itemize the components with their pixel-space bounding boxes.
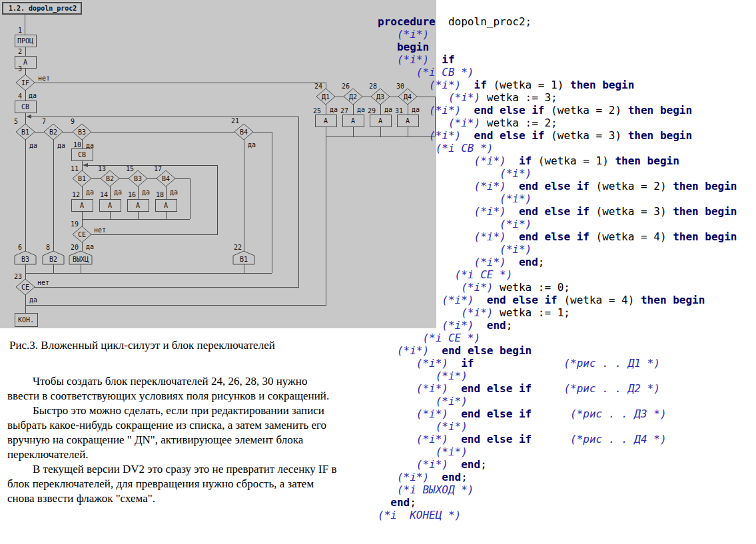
code-keyword: end: [519, 205, 538, 218]
code-line: (*i СВ *): [378, 66, 737, 79]
code-comment: (*i*): [397, 344, 429, 357]
code-line: (*i*) if: [378, 53, 737, 66]
code-line: (*i*): [378, 28, 737, 41]
flowchart-node-number: 15: [126, 165, 134, 172]
code-keyword: end: [474, 129, 494, 142]
code-comment: (*i*): [436, 370, 468, 382]
flowchart-node-label: В3: [78, 129, 86, 136]
flowchart-node-number: 17: [154, 165, 162, 172]
flowchart-node-label: IF: [21, 79, 29, 87]
code-keyword: if: [474, 79, 487, 91]
flowchart-no-label: нет: [37, 279, 49, 286]
flowchart-node-number: 29: [368, 107, 376, 115]
flowchart-node-label: СВ: [21, 103, 29, 111]
flowchart-node-label: В2: [49, 256, 57, 263]
code-comment: (*i*): [474, 180, 506, 192]
code-line: end;: [378, 496, 737, 509]
code-comment: (*i*): [416, 357, 448, 370]
code-keyword: else: [544, 180, 570, 192]
code-line: (*i*) end;: [378, 256, 737, 268]
code-keyword: begin: [705, 205, 737, 218]
code-keyword: else: [544, 205, 570, 218]
flowchart-node-label: ПРОЦ: [17, 37, 33, 45]
code-keyword: end: [461, 433, 480, 445]
flowchart-yes-label: да: [29, 92, 37, 99]
code-comment: (*i КОНЕЦ *): [378, 509, 461, 521]
body-text: Чтобы создать блок переключателей 24, 26…: [7, 374, 390, 506]
code-comment: (*i*): [429, 129, 461, 142]
flowchart-title-label: 1.2. dopoln_proc2: [9, 5, 77, 13]
code-keyword: end: [474, 104, 494, 117]
code-keyword: else: [468, 344, 494, 357]
flowchart-node-label: А: [108, 202, 112, 209]
code-line: (*i*) end;: [378, 458, 737, 471]
code-comment: (*i ВЫХОД *): [397, 483, 474, 496]
code-keyword: end: [487, 294, 506, 306]
code-comment: (*i*): [442, 319, 474, 332]
code-line: (*i*): [378, 395, 737, 408]
code-line: (*i*) wetka := 3;: [378, 91, 737, 104]
code-comment: (*рис . . Д3 *): [570, 408, 667, 420]
flowchart-node-label: В3: [21, 256, 29, 263]
code-line: (*i*) end else if (wetka = 3) then begin: [378, 205, 737, 218]
flowchart-node-number: 13: [98, 165, 106, 172]
code-keyword: if: [577, 180, 589, 192]
flowchart-node-label: В2: [49, 129, 57, 136]
code-comment: (*i*): [429, 79, 461, 91]
code-keyword: end: [442, 344, 461, 357]
flowchart-node-number: 20: [71, 244, 79, 251]
paragraph-1: Чтобы создать блок переключателей 24, 26…: [7, 374, 390, 404]
code-comment: (*рис . . Д1 *): [564, 357, 660, 370]
code-comment: (*i*): [416, 408, 448, 420]
code-comment: (*i*): [461, 281, 493, 294]
flowchart-node-number: 27: [340, 107, 348, 115]
flowchart-node-number: 7: [42, 118, 46, 125]
flowchart-node-number: 28: [369, 83, 377, 90]
flowchart-yes-label: да: [248, 141, 256, 148]
code-keyword: then: [673, 230, 699, 243]
flowchart-node-number: 21: [231, 117, 239, 125]
code-keyword: end: [442, 471, 461, 483]
code-line: (*i СЕ *): [378, 268, 737, 281]
code-line: (*i*) if (*рис . . Д1 *): [378, 357, 737, 370]
code-keyword: else: [487, 433, 513, 445]
flowchart-node-label: СЕ: [78, 231, 86, 238]
code-keyword: if: [532, 104, 544, 117]
code-keyword: begin: [660, 104, 692, 117]
code-keyword: begin: [673, 294, 705, 306]
flowchart-node-number: 3: [18, 65, 22, 73]
flowchart-yes-label: да: [86, 142, 94, 149]
code-line: (*i*): [378, 167, 737, 180]
flowchart-node-number: 8: [46, 244, 50, 251]
code-keyword: if: [519, 408, 532, 420]
code-comment: (*i СЕ *): [455, 268, 513, 281]
figure-caption: Рис.3. Вложенный цикл-силуэт и блок пере…: [9, 339, 275, 352]
code-comment: (*i СЕ *): [422, 332, 480, 344]
code-comment: (*i*): [500, 167, 532, 180]
flowchart-arrowhead: [83, 163, 88, 167]
flowchart-yes-label: да: [114, 188, 122, 196]
code-comment: (*i*): [442, 294, 474, 306]
code-keyword: else: [544, 230, 570, 243]
flowchart-node-number: 5: [14, 118, 18, 125]
code-keyword: end: [461, 408, 480, 420]
flowchart-node-label: А: [80, 202, 84, 209]
code-comment: (*i*): [416, 458, 448, 471]
flowchart-node-number: 10: [73, 141, 81, 148]
code-line: (*i*) wetka := 2;: [378, 117, 737, 129]
code-line: (*i КОНЕЦ *): [378, 509, 737, 521]
flowchart-node-number: 1: [18, 27, 22, 34]
code-comment: (*i*): [461, 306, 493, 319]
flowchart-node-number: 16: [128, 191, 136, 198]
flowchart-panel: 1.2. dopoln_proc2ПРОЦ1А2IF3данетСВ4В15да…: [0, 0, 436, 328]
flowchart-node-label: Д2: [349, 93, 357, 101]
code-keyword: else: [512, 294, 538, 306]
code-line: begin: [378, 41, 737, 53]
code-keyword: then: [628, 104, 654, 117]
code-comment: (*i*): [397, 53, 429, 66]
flowchart-no-label: нет: [38, 75, 50, 82]
code-line: (*i*) if (wetka = 1) then begin: [378, 79, 737, 91]
code-line: (*i*): [378, 370, 737, 382]
code-comment: (*i*): [500, 218, 532, 230]
flowchart-node-label: В1: [240, 256, 248, 263]
